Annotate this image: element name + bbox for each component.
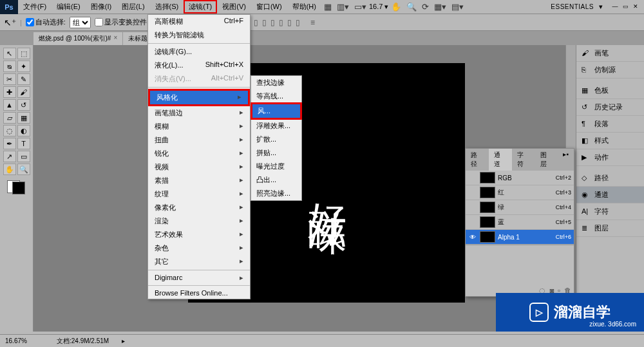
- visibility-icon[interactable]: 👁: [468, 234, 477, 241]
- menu-window[interactable]: 窗口(W): [251, 0, 287, 14]
- blur-tool[interactable]: ◌: [3, 125, 16, 136]
- filter-item[interactable]: 纹理▸: [148, 187, 250, 201]
- menu-layer[interactable]: 图层(L): [117, 0, 149, 14]
- align-icon[interactable]: ▯: [270, 18, 275, 27]
- stamp-tool[interactable]: ▲: [3, 99, 16, 111]
- filter-item[interactable]: 其它▸: [148, 255, 250, 268]
- filter-item[interactable]: 渲染▸: [148, 214, 250, 228]
- heal-tool[interactable]: ✚: [3, 86, 16, 98]
- pen-tool[interactable]: ✒: [3, 138, 16, 149]
- panel-brush[interactable]: 🖌画笔: [576, 45, 644, 62]
- stylize-item[interactable]: 等高线...: [251, 89, 301, 103]
- filter-item[interactable]: 艺术效果▸: [148, 228, 250, 241]
- rotate-view-icon[interactable]: ⟳: [419, 2, 431, 12]
- channel-row[interactable]: 蓝Ctrl+5: [466, 215, 574, 230]
- tab-layers[interactable]: 图层: [535, 149, 558, 171]
- channel-row[interactable]: RGBCtrl+2: [466, 171, 574, 185]
- zoom-tool[interactable]: 🔍: [17, 164, 30, 175]
- brush-tool[interactable]: 🖌: [17, 86, 30, 98]
- auto-select-check[interactable]: 自动选择:: [26, 17, 66, 27]
- filter-item[interactable]: Digimarc▸: [148, 272, 250, 284]
- panel-clone-source[interactable]: ⎘仿制源: [576, 62, 644, 79]
- menu-select[interactable]: 选择(S): [150, 0, 184, 14]
- shape-tool[interactable]: ▭: [17, 151, 30, 162]
- panel-actions[interactable]: ▶动作: [576, 149, 644, 166]
- menu-file[interactable]: 文件(F): [18, 0, 52, 14]
- crop-tool[interactable]: ✂: [3, 73, 16, 85]
- filter-item[interactable]: 滤镜库(G)...: [148, 45, 250, 59]
- filter-item[interactable]: 视频▸: [148, 160, 250, 174]
- panel-menu-icon[interactable]: ▸▪: [558, 149, 574, 171]
- path-select-tool[interactable]: ↗: [3, 151, 16, 162]
- doc-tab-0[interactable]: 燃烧.psd @ 100%(索引)#×: [33, 32, 122, 45]
- eraser-tool[interactable]: ▱: [3, 112, 16, 124]
- filter-item[interactable]: 素描▸: [148, 174, 250, 187]
- menu-filter[interactable]: 滤镜(T): [184, 0, 217, 14]
- filter-item[interactable]: 转换为智能滤镜: [148, 28, 250, 42]
- dodge-tool[interactable]: ◐: [17, 125, 30, 136]
- filter-item[interactable]: 画笔描边▸: [148, 106, 250, 120]
- filter-item[interactable]: 高斯模糊Ctrl+F: [148, 15, 250, 28]
- zoom-tool-icon[interactable]: 🔍: [404, 2, 419, 12]
- extras-icon[interactable]: ▦▾: [431, 2, 449, 12]
- marquee-tool[interactable]: ⬚: [17, 48, 30, 59]
- panel-history[interactable]: ↺历史记录: [576, 99, 644, 116]
- auto-select-checkbox[interactable]: [26, 18, 34, 26]
- channel-row[interactable]: 红Ctrl+3: [466, 185, 574, 200]
- workspace-dropdown-icon[interactable]: ▾: [599, 3, 603, 11]
- window-close[interactable]: ✕: [631, 3, 640, 11]
- filter-item[interactable]: 锐化▸: [148, 147, 250, 160]
- panel-channels[interactable]: ◉通道: [576, 187, 644, 203]
- stylize-item[interactable]: 凸出...: [251, 173, 301, 187]
- background-swatch[interactable]: [12, 182, 25, 194]
- color-swatches[interactable]: [7, 176, 26, 196]
- move-tool[interactable]: ↖: [3, 48, 16, 59]
- type-tool[interactable]: T: [17, 138, 30, 149]
- align-icon[interactable]: ▯: [287, 18, 292, 27]
- channel-row[interactable]: 👁Alpha 1Ctrl+6: [466, 230, 574, 245]
- status-arrow-icon[interactable]: ▸: [122, 337, 125, 344]
- gradient-tool[interactable]: ▦: [17, 112, 30, 124]
- align-icon[interactable]: ▯: [254, 18, 258, 27]
- window-minimize[interactable]: —: [611, 3, 620, 11]
- arrange-docs-icon[interactable]: ▥▾: [334, 2, 352, 12]
- distribute-icon[interactable]: ≡: [310, 18, 315, 27]
- panel-paths[interactable]: ◇路径: [576, 170, 644, 187]
- screen-mode-icon[interactable]: ▭▾: [352, 2, 369, 12]
- panel-styles[interactable]: ◧样式: [576, 133, 644, 149]
- hand-tool[interactable]: ✋: [3, 164, 16, 175]
- align-icon[interactable]: ▯: [296, 18, 300, 27]
- filter-item[interactable]: 消失点(V)...Alt+Ctrl+V: [148, 72, 250, 86]
- stylize-item[interactable]: 风...: [252, 104, 300, 118]
- stylize-item[interactable]: 照亮边缘...: [251, 187, 301, 200]
- panel-paragraph[interactable]: ¶段落: [576, 116, 644, 133]
- channel-row[interactable]: 绿Ctrl+4: [466, 200, 574, 215]
- workspace-switcher[interactable]: ESSENTIALS: [551, 3, 594, 10]
- wand-tool[interactable]: ✦: [17, 61, 30, 72]
- status-doc-size[interactable]: 文档:24.9M/2.51M: [57, 337, 109, 346]
- panel-swatches[interactable]: ▦色板: [576, 82, 644, 99]
- stylize-item[interactable]: 查找边缘: [251, 76, 301, 89]
- history-brush-tool[interactable]: ↺: [17, 99, 30, 111]
- menu-view[interactable]: 视图(V): [217, 0, 251, 14]
- filter-item[interactable]: Browse Filters Online...: [148, 287, 250, 299]
- show-transform-checkbox[interactable]: [95, 18, 103, 26]
- filter-item[interactable]: 液化(L)...Shift+Ctrl+X: [148, 59, 250, 72]
- menu-edit[interactable]: 编辑(E): [52, 0, 86, 14]
- lasso-tool[interactable]: ᴓ: [3, 61, 16, 72]
- close-tab-icon[interactable]: ×: [113, 34, 117, 43]
- stylize-item[interactable]: 曝光过度: [251, 160, 301, 173]
- panel-layers[interactable]: ≣图层: [576, 220, 644, 237]
- stylize-item[interactable]: 拼贴...: [251, 146, 301, 160]
- zoom-display[interactable]: 16.7 ▾: [369, 3, 388, 11]
- stylize-item[interactable]: 扩散...: [251, 133, 301, 146]
- stylize-item[interactable]: 浮雕效果...: [251, 119, 301, 133]
- filter-item[interactable]: 模糊▸: [148, 120, 250, 133]
- hand-tool-icon[interactable]: ✋: [388, 2, 404, 12]
- filter-item[interactable]: 扭曲▸: [148, 133, 250, 147]
- show-transform-check[interactable]: 显示变换控件: [95, 17, 147, 27]
- status-zoom[interactable]: 16.67%: [5, 337, 44, 344]
- guides-icon[interactable]: ▤▾: [449, 2, 466, 12]
- auto-select-mode[interactable]: 组: [70, 17, 91, 28]
- tab-character[interactable]: 字符: [512, 149, 535, 171]
